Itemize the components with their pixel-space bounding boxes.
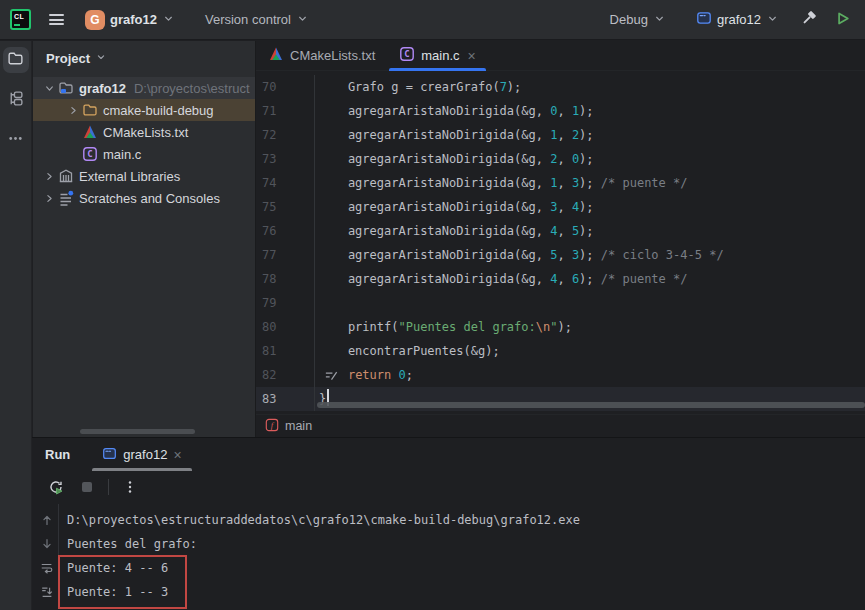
console-soft-wrap-icon[interactable]	[36, 556, 58, 580]
run-configuration-selector[interactable]: grafo12	[696, 10, 779, 29]
project-panel-header[interactable]: Project	[33, 41, 255, 72]
line-number[interactable]: 70	[256, 75, 302, 99]
line-number[interactable]: 83	[256, 387, 302, 411]
debug-mode-selector[interactable]: Debug	[610, 12, 666, 28]
breadcrumb-item[interactable]: main	[285, 419, 312, 433]
code-line[interactable]: 80 printf("Puentes del grafo:\n");	[256, 315, 865, 339]
code-line[interactable]: 75 agregarAristaNoDirigida(&g, 3, 4);	[256, 195, 865, 219]
excluded-folder-icon	[81, 102, 99, 118]
console-arrow-up-icon[interactable]	[36, 508, 58, 532]
line-number[interactable]: 75	[256, 195, 302, 219]
code-line[interactable]: 82 return 0;	[256, 363, 865, 387]
code-line[interactable]: 81 encontrarPuentes(&g);	[256, 339, 865, 363]
line-number[interactable]: 71	[256, 99, 302, 123]
line-number[interactable]: 72	[256, 123, 302, 147]
vcs-label: Version control	[205, 12, 291, 27]
code-line[interactable]: 76 agregarAristaNoDirigida(&g, 4, 5);	[256, 219, 865, 243]
build-hammer-icon	[801, 10, 818, 30]
editor-horizontal-scrollbar[interactable]	[317, 402, 865, 408]
sidebar-item-grafo12[interactable]: grafo12D:\proyectos\estruct	[33, 77, 255, 99]
code-text[interactable]: agregarAristaNoDirigida(&g, 4, 5);	[314, 219, 865, 243]
vcs-widget[interactable]: Version control	[205, 12, 309, 28]
rerun-button[interactable]	[46, 477, 66, 497]
tree-item-label: CMakeLists.txt	[103, 125, 188, 140]
code-text[interactable]: Grafo g = crearGrafo(7);	[314, 75, 865, 99]
console-arrow-down-icon[interactable]	[36, 532, 58, 556]
tree-item-label: grafo12	[79, 81, 126, 96]
sidebar-item-cmakelists-txt[interactable]: CMakeLists.txt	[33, 121, 255, 143]
stop-button[interactable]	[77, 477, 97, 497]
code-line[interactable]: 79	[256, 291, 865, 315]
code-text[interactable]: printf("Puentes del grafo:\n");	[314, 315, 865, 339]
sidebar-item-external-libraries[interactable]: External Libraries	[33, 165, 255, 187]
code-line[interactable]: 78 agregarAristaNoDirigida(&g, 4, 6); /*…	[256, 267, 865, 291]
fold-gutter	[302, 315, 314, 339]
svg-text:C: C	[87, 149, 92, 159]
run-panel-title: Run	[45, 447, 70, 462]
project-horizontal-scrollbar[interactable]	[80, 429, 195, 434]
code-line[interactable]: 73 agregarAristaNoDirigida(&g, 2, 0);	[256, 147, 865, 171]
code-text[interactable]: agregarAristaNoDirigida(&g, 5, 3); /* ci…	[314, 243, 865, 267]
project-name: grafo12	[110, 12, 157, 27]
chevron-right-icon[interactable]	[41, 192, 57, 205]
toolstrip-more-button[interactable]	[3, 127, 29, 153]
line-number[interactable]: 77	[256, 243, 302, 267]
code-text[interactable]: agregarAristaNoDirigida(&g, 4, 6); /* pu…	[314, 267, 865, 291]
line-number[interactable]: 81	[256, 339, 302, 363]
console-gutter-divider	[58, 504, 59, 608]
toolstrip-project-button[interactable]	[3, 47, 29, 73]
console-scroll-end-icon[interactable]	[36, 580, 58, 604]
line-number[interactable]: 74	[256, 171, 302, 195]
editor-tabs: CMakeLists.txtCmain.c×	[256, 41, 865, 71]
project-tool-window: Project grafo12D:\proyectos\estructcmake…	[33, 41, 255, 437]
code-line[interactable]: 70 Grafo g = crearGrafo(7);	[256, 75, 865, 99]
tree-item-label: Scratches and Consoles	[79, 191, 220, 206]
run-tab-label: grafo12	[123, 447, 167, 462]
chevron-right-icon[interactable]	[41, 170, 57, 183]
line-number[interactable]: 82	[256, 363, 302, 387]
line-number[interactable]: 78	[256, 267, 302, 291]
line-number[interactable]: 73	[256, 147, 302, 171]
code-line[interactable]: 74 agregarAristaNoDirigida(&g, 1, 3); /*…	[256, 171, 865, 195]
run-console[interactable]: D:\proyectos\estructuraddedatos\c\grafo1…	[32, 502, 865, 610]
close-icon[interactable]: ×	[173, 447, 181, 463]
code-line[interactable]: 77 agregarAristaNoDirigida(&g, 5, 3); /*…	[256, 243, 865, 267]
run-tab-grafo12[interactable]: grafo12 ×	[92, 438, 191, 471]
code-text[interactable]: return 0;	[314, 363, 865, 387]
code-text[interactable]: encontrarPuentes(&g);	[314, 339, 865, 363]
code-text[interactable]: agregarAristaNoDirigida(&g, 1, 2);	[314, 123, 865, 147]
more-vertical-icon[interactable]	[120, 477, 140, 497]
close-icon[interactable]: ×	[468, 48, 476, 64]
sidebar-item-main-c[interactable]: Cmain.c	[33, 143, 255, 165]
project-folder-icon	[57, 80, 75, 96]
code-line[interactable]: 72 agregarAristaNoDirigida(&g, 1, 2);	[256, 123, 865, 147]
build-button[interactable]	[799, 8, 820, 32]
sidebar-item-scratches-and-consoles[interactable]: Scratches and Consoles	[33, 187, 255, 209]
toolbar-separator	[108, 479, 109, 495]
toolstrip-structure-button[interactable]	[3, 87, 29, 113]
run-config-name: grafo12	[717, 12, 761, 27]
main-menu-icon[interactable]	[45, 8, 68, 32]
chevron-down-icon[interactable]	[41, 82, 57, 95]
line-number[interactable]: 79	[256, 291, 302, 315]
tab-main-c[interactable]: Cmain.c×	[387, 41, 487, 70]
code-text[interactable]: agregarAristaNoDirigida(&g, 3, 4);	[314, 195, 865, 219]
code-text[interactable]: agregarAristaNoDirigida(&g, 0, 1);	[314, 99, 865, 123]
line-number[interactable]: 80	[256, 315, 302, 339]
run-button[interactable]	[832, 8, 853, 32]
project-switcher[interactable]: G grafo12	[85, 10, 175, 30]
fold-gutter	[302, 123, 314, 147]
chevron-right-icon[interactable]	[65, 104, 81, 117]
code-text[interactable]: agregarAristaNoDirigida(&g, 2, 0);	[314, 147, 865, 171]
scratches-icon	[57, 190, 75, 206]
sidebar-item-cmake-build-debug[interactable]: cmake-build-debug	[33, 99, 255, 121]
console-line: Puentes del grafo:	[67, 532, 861, 556]
tab-cmakelists-txt[interactable]: CMakeLists.txt	[256, 41, 387, 70]
code-editor[interactable]: 70 Grafo g = crearGrafo(7);71 agregarAri…	[256, 71, 865, 414]
code-line[interactable]: 71 agregarAristaNoDirigida(&g, 0, 1);	[256, 99, 865, 123]
breadcrumb[interactable]: f main	[256, 414, 865, 437]
project-avatar: G	[85, 10, 105, 30]
line-number[interactable]: 76	[256, 219, 302, 243]
code-text[interactable]	[314, 291, 865, 315]
code-text[interactable]: agregarAristaNoDirigida(&g, 1, 3); /* pu…	[314, 171, 865, 195]
